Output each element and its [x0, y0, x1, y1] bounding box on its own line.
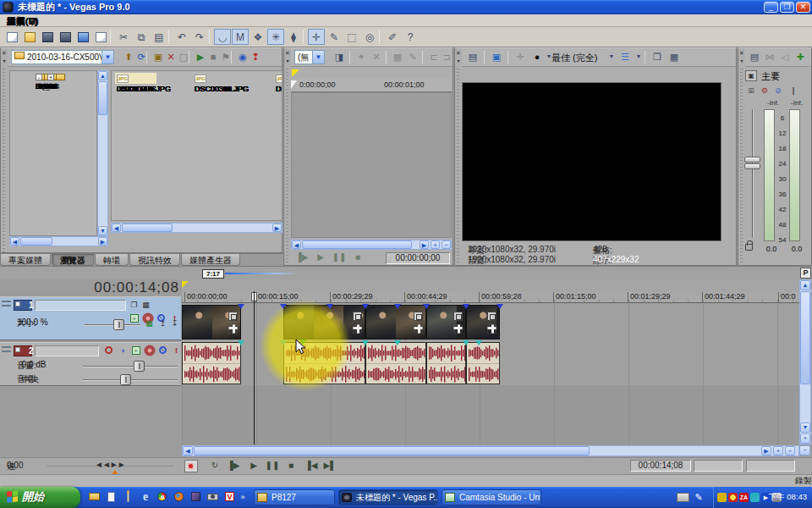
pause-button[interactable]: ❚❚	[332, 251, 347, 264]
zoom-out-icon[interactable]: −	[785, 446, 795, 456]
open-button-icon[interactable]	[21, 29, 38, 45]
file-item[interactable]: JPGDSC00299.JPG	[115, 73, 171, 84]
fade-type-icon[interactable]: ▦	[144, 319, 155, 329]
stop-button[interactable]: ■	[350, 251, 365, 264]
cut-button-icon[interactable]: ✂	[115, 29, 132, 45]
scroll-down-icon[interactable]: ▼	[98, 226, 107, 235]
volume-slider[interactable]	[83, 366, 178, 367]
trimmer-marker-flag[interactable]	[292, 69, 299, 77]
go-to-end-button[interactable]: ▶▌	[321, 460, 338, 472]
copy-button-icon[interactable]: ⧉	[133, 29, 150, 45]
collapse-panel-icon[interactable]: ▾	[455, 58, 462, 65]
scroll-left-icon[interactable]: ◀	[112, 224, 121, 232]
wand-icon[interactable]: ✦	[354, 50, 369, 64]
trimmer-ruler[interactable]: 0:00:00;0000:00:01;00	[291, 79, 452, 92]
project-properties-button-icon[interactable]	[92, 29, 109, 45]
quicklaunch-camera-icon[interactable]	[206, 490, 220, 504]
track-number-badge[interactable]: 1	[14, 300, 32, 311]
audio-event[interactable]	[182, 342, 241, 384]
loop-region-start-flag[interactable]	[182, 281, 189, 288]
scroll-thumb[interactable]	[98, 81, 107, 115]
pen-input-icon[interactable]: ✎	[694, 490, 704, 504]
combo-dropdown-icon[interactable]: ▼	[102, 51, 113, 64]
track-grip[interactable]	[2, 301, 11, 309]
invert-phase-icon[interactable]: ◑	[117, 346, 128, 356]
trimmer-history-combo[interactable]: (無 ▼	[294, 50, 325, 64]
pan-crop-icon[interactable]	[353, 312, 362, 321]
shuttle-control[interactable]: ◄◄►►	[95, 460, 125, 469]
restore-button[interactable]: ❐	[780, 2, 794, 13]
track-grip[interactable]	[2, 346, 11, 355]
selection-start-box[interactable]	[694, 460, 743, 472]
quicklaunch-candle-icon[interactable]	[122, 490, 135, 504]
pause-button[interactable]: ❚❚	[264, 460, 281, 472]
scroll-right-icon[interactable]: ▶	[98, 237, 107, 246]
audio-event[interactable]	[426, 342, 466, 384]
scroll-up-icon[interactable]: ▲	[98, 71, 107, 80]
gear-icon[interactable]	[144, 346, 155, 356]
trimmer-scrollbar[interactable]: ◀ ▶ + −	[291, 240, 452, 250]
select-end-icon[interactable]: ⊐	[439, 50, 454, 64]
start-button[interactable]: 開始	[0, 487, 80, 508]
paste-button-icon[interactable]: ▤	[151, 29, 167, 45]
automation-icon[interactable]: +	[130, 346, 141, 356]
event-fx-icon[interactable]	[353, 324, 362, 334]
scroll-down-icon[interactable]: ▼	[800, 422, 810, 433]
scroll-thumb[interactable]	[194, 446, 590, 456]
title-bar[interactable]: 未標題的 * - Vegas Pro 9.0 _ ❐ ✕	[0, 0, 812, 14]
quicklaunch-overflow-chevron[interactable]: »	[239, 490, 247, 504]
language-keyboard-icon[interactable]	[677, 493, 689, 502]
track-number-badge[interactable]: 2	[14, 345, 32, 356]
panel-grip[interactable]: ✕▾	[455, 48, 462, 265]
play-button[interactable]: ▶	[313, 251, 328, 264]
tree-horizontal-scrollbar[interactable]: ◀ ▶	[9, 236, 108, 246]
zoom-tool-icon[interactable]: ◎	[361, 29, 378, 45]
redo-button-icon[interactable]: ↷	[191, 29, 208, 45]
audio-track-header[interactable]: 2 ◑ + ! 音量: 0.0 dB 音場: 中央	[0, 342, 181, 386]
dock-tab-瀏覽器[interactable]: 瀏覽器	[52, 254, 94, 266]
track-fx-icon[interactable]: ▦	[140, 301, 151, 311]
timeline-marker-bar[interactable]: 7:17 P	[0, 266, 812, 279]
save-markers-icon[interactable]: ▦	[390, 50, 405, 64]
fader-lock-icon[interactable]	[745, 244, 753, 251]
audio-event[interactable]	[365, 342, 426, 384]
timeline-vertical-scrollbar[interactable]: ▲ ▼ +	[799, 279, 811, 444]
down-arrow-icon[interactable]: ↧	[169, 319, 180, 329]
quicklaunch-document-icon[interactable]	[105, 490, 118, 504]
file-list-horizontal-scrollbar[interactable]: ◀ ▶	[111, 223, 283, 233]
taskbar-task-p8127[interactable]: P8127	[254, 489, 335, 505]
pan-crop-icon[interactable]	[228, 312, 238, 321]
event-fx-icon[interactable]	[414, 324, 423, 334]
dock-tab-轉場[interactable]: 轉場	[95, 254, 129, 266]
group-button-icon[interactable]: ⧫	[285, 29, 302, 45]
scroll-right-icon[interactable]: ▶	[761, 446, 771, 456]
video-event[interactable]	[365, 305, 426, 340]
size-slider[interactable]	[85, 324, 140, 326]
video-track-header[interactable]: 1 ❐ ▦ + ! 大小: 100.0 % ▦ ↥ ↧	[0, 296, 181, 340]
pencil-tool-icon[interactable]: ✐	[384, 29, 401, 45]
play-from-start-button[interactable]: ▐▶	[294, 251, 310, 264]
dock-tab-專案媒體[interactable]: 專案媒體	[0, 254, 51, 266]
project-properties-icon[interactable]: ▤	[465, 50, 480, 64]
zoom-in-icon[interactable]: +	[431, 240, 440, 249]
play-from-start-button[interactable]: ▐▶	[225, 460, 242, 472]
size-slider-knob[interactable]	[113, 319, 124, 330]
scroll-left-icon[interactable]: ◀	[183, 446, 193, 456]
file-item[interactable]: JPGDSC003	[274, 73, 283, 84]
zoom-in-vertical-icon[interactable]: +	[800, 433, 810, 444]
timeline-timecode-display[interactable]: 00:00:14;08	[0, 279, 179, 295]
file-item[interactable]: JPGDSC00313.JPG	[193, 73, 249, 84]
lock-envelopes-toggle-icon[interactable]: ✳	[267, 29, 284, 45]
volume-slider-knob[interactable]	[134, 361, 145, 372]
event-fx-icon[interactable]	[228, 324, 238, 334]
bus-mute-icon[interactable]: ⊘	[772, 86, 784, 97]
event-fx-icon[interactable]	[487, 324, 497, 334]
quicklaunch-ie-icon[interactable]: e	[139, 490, 152, 504]
video-event[interactable]	[426, 305, 466, 340]
record-button[interactable]	[184, 460, 198, 472]
zoom-in-icon[interactable]: +	[773, 446, 783, 456]
bus-fx-icon[interactable]: ⚙	[759, 86, 771, 97]
overlay-icon[interactable]: ✛	[513, 50, 528, 64]
timeline-marker[interactable]: 7:17	[202, 269, 224, 279]
quicklaunch-media-icon[interactable]	[189, 490, 203, 504]
